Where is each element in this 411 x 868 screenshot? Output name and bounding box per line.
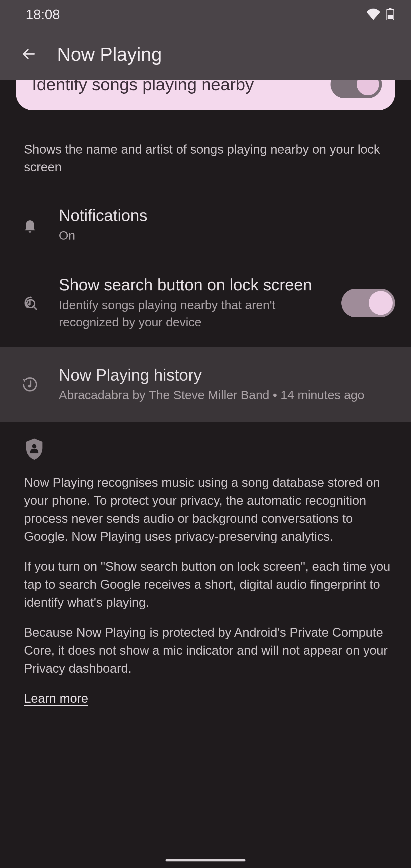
privacy-text: Now Playing recognises music using a son… [0, 466, 411, 707]
identify-songs-card[interactable]: Identify songs playing nearby [16, 80, 395, 110]
svg-point-5 [28, 303, 31, 306]
privacy-paragraph-3: Because Now Playing is protected by Andr… [24, 624, 391, 678]
arrow-left-icon [21, 46, 36, 62]
history-subtitle: Abracadabra by The Steve Miller Band • 1… [59, 386, 395, 403]
hero-card-wrap: Identify songs playing nearby [0, 80, 411, 110]
history-icon [17, 376, 43, 393]
toggle-knob [369, 291, 393, 315]
privacy-shield-icon [0, 422, 411, 466]
notifications-subtitle: On [59, 227, 395, 244]
svg-rect-2 [388, 15, 393, 19]
page-title: Now Playing [57, 43, 162, 65]
svg-rect-1 [389, 8, 391, 10]
status-bar: 18:08 [0, 0, 411, 29]
status-time: 18:08 [26, 6, 60, 22]
svg-point-7 [28, 384, 31, 388]
svg-line-6 [34, 307, 36, 310]
bell-icon [17, 217, 43, 233]
learn-more-link[interactable]: Learn more [24, 689, 88, 708]
back-button[interactable] [17, 43, 40, 66]
app-bar: Now Playing [0, 29, 411, 80]
status-icons [367, 8, 394, 20]
search-button-row[interactable]: Show search button on lock screen Identi… [0, 259, 411, 347]
notifications-row[interactable]: Notifications On [0, 191, 411, 259]
identify-songs-toggle[interactable] [330, 80, 382, 98]
svg-point-8 [32, 444, 36, 448]
toggle-knob [357, 80, 379, 95]
search-button-toggle[interactable] [341, 289, 395, 317]
search-button-title: Show search button on lock screen [59, 275, 325, 294]
battery-icon [386, 8, 394, 20]
identify-songs-label: Identify songs playing nearby [32, 80, 322, 94]
wifi-icon [367, 8, 380, 20]
notifications-title: Notifications [59, 206, 395, 225]
search-button-subtitle: Identify songs playing nearby that aren'… [59, 297, 325, 331]
privacy-paragraph-1: Now Playing recognises music using a son… [24, 474, 391, 546]
music-search-icon [17, 294, 43, 311]
navigation-bar[interactable] [0, 852, 411, 868]
identify-songs-description: Shows the name and artist of songs playi… [0, 130, 411, 176]
history-row[interactable]: Now Playing history Abracadabra by The S… [0, 347, 411, 422]
history-title: Now Playing history [59, 366, 395, 384]
home-indicator [165, 859, 246, 862]
privacy-paragraph-2: If you turn on "Show search button on lo… [24, 558, 391, 612]
